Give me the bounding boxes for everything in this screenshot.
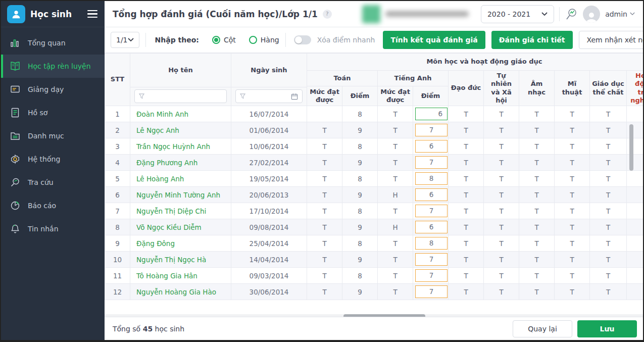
am-nhac-cell[interactable]: T: [519, 155, 555, 171]
giao-duc-the-chat-cell[interactable]: T: [590, 155, 627, 171]
tu-nhien-xa-hoi-cell[interactable]: T: [484, 106, 519, 122]
tieng-anh-score-cell[interactable]: 6: [413, 138, 449, 155]
tieng-anh-level-cell[interactable]: T: [378, 252, 413, 268]
mi-thuat-cell[interactable]: T: [555, 252, 590, 268]
sidebar-item-bao-cao[interactable]: Báo cáo: [1, 194, 105, 217]
dao-duc-cell[interactable]: T: [449, 122, 484, 138]
tieng-anh-level-cell[interactable]: T: [378, 106, 413, 122]
am-nhac-cell[interactable]: T: [519, 138, 555, 155]
giao-duc-the-chat-cell[interactable]: T: [590, 138, 627, 155]
am-nhac-cell[interactable]: T: [519, 187, 555, 203]
toan-score-cell[interactable]: 9: [342, 219, 378, 235]
hoat-dong-trai-nghiem-cell[interactable]: [627, 235, 643, 252]
sidebar-item-ho-so[interactable]: Hồ sơ: [1, 101, 105, 124]
mi-thuat-cell[interactable]: T: [555, 203, 590, 219]
mi-thuat-cell[interactable]: T: [555, 106, 590, 122]
score-input[interactable]: 7: [415, 285, 448, 298]
tu-nhien-xa-hoi-cell[interactable]: T: [484, 155, 519, 171]
tieng-anh-score-cell[interactable]: 8: [413, 235, 449, 252]
back-button[interactable]: Quay lại: [513, 320, 572, 337]
dao-duc-cell[interactable]: T: [449, 155, 484, 171]
am-nhac-cell[interactable]: T: [519, 122, 555, 138]
tieng-anh-level-cell[interactable]: T: [378, 268, 413, 284]
giao-duc-the-chat-cell[interactable]: T: [590, 171, 627, 187]
radio-cot[interactable]: Cột: [212, 36, 236, 44]
toan-level-cell[interactable]: T: [307, 122, 342, 138]
giao-duc-the-chat-cell[interactable]: T: [590, 284, 627, 300]
toan-score-cell[interactable]: 9: [342, 155, 378, 171]
toan-score-cell[interactable]: 8: [342, 235, 378, 252]
tu-nhien-xa-hoi-cell[interactable]: T: [484, 252, 519, 268]
calculate-results-button[interactable]: Tính kết quả đánh giá: [383, 31, 485, 49]
toan-score-cell[interactable]: 8: [342, 268, 378, 284]
giao-duc-the-chat-cell[interactable]: T: [590, 235, 627, 252]
tu-nhien-xa-hoi-cell[interactable]: T: [484, 203, 519, 219]
score-input[interactable]: 7: [415, 124, 448, 136]
dao-duc-cell[interactable]: T: [449, 252, 484, 268]
dao-duc-cell[interactable]: T: [449, 171, 484, 187]
radio-hang[interactable]: Hàng: [249, 36, 279, 44]
toan-level-cell[interactable]: T: [307, 187, 342, 203]
school-year-select[interactable]: 2020 - 2021: [481, 5, 554, 23]
mi-thuat-cell[interactable]: T: [555, 284, 590, 300]
toan-score-cell[interactable]: 8: [342, 171, 378, 187]
sidebar-item-danh-muc[interactable]: Danh mục: [1, 124, 105, 148]
tieng-anh-score-cell[interactable]: 7: [413, 203, 449, 219]
tu-nhien-xa-hoi-cell[interactable]: T: [484, 122, 519, 138]
giao-duc-the-chat-cell[interactable]: T: [590, 203, 627, 219]
dao-duc-cell[interactable]: T: [449, 106, 484, 122]
tieng-anh-score-cell[interactable]: 6: [413, 187, 449, 203]
dao-duc-cell[interactable]: T: [449, 219, 484, 235]
search-icon[interactable]: [565, 8, 578, 21]
sidebar-item-tin-nhan[interactable]: Tin nhắn: [1, 217, 105, 240]
score-input[interactable]: 7: [415, 269, 448, 282]
toan-score-cell[interactable]: 9: [342, 122, 378, 138]
dao-duc-cell[interactable]: T: [449, 284, 484, 300]
tu-nhien-xa-hoi-cell[interactable]: T: [484, 268, 519, 284]
menu-toggle-icon[interactable]: [87, 10, 97, 18]
tu-nhien-xa-hoi-cell[interactable]: T: [484, 284, 519, 300]
hoat-dong-trai-nghiem-cell[interactable]: [627, 187, 643, 203]
toan-level-cell[interactable]: T: [307, 203, 342, 219]
sidebar-item-giang-day[interactable]: Giảng dạy: [1, 78, 105, 101]
toan-level-cell[interactable]: T: [307, 235, 342, 252]
giao-duc-the-chat-cell[interactable]: T: [590, 219, 627, 235]
save-button[interactable]: Lưu: [577, 320, 637, 337]
dao-duc-cell[interactable]: T: [449, 235, 484, 252]
am-nhac-cell[interactable]: T: [519, 171, 555, 187]
tieng-anh-score-cell[interactable]: 8: [413, 171, 449, 187]
tieng-anh-level-cell[interactable]: T: [378, 203, 413, 219]
score-input[interactable]: 6: [415, 221, 448, 233]
tu-nhien-xa-hoi-cell[interactable]: T: [484, 219, 519, 235]
mi-thuat-cell[interactable]: T: [555, 219, 590, 235]
am-nhac-cell[interactable]: T: [519, 268, 555, 284]
quick-delete-toggle[interactable]: [294, 35, 311, 44]
mi-thuat-cell[interactable]: T: [555, 235, 590, 252]
mi-thuat-cell[interactable]: T: [555, 122, 590, 138]
dao-duc-cell[interactable]: T: [449, 268, 484, 284]
dao-duc-cell[interactable]: T: [449, 203, 484, 219]
tieng-anh-score-cell[interactable]: 6: [413, 106, 449, 122]
toan-level-cell[interactable]: T: [307, 284, 342, 300]
score-input[interactable]: 8: [415, 237, 448, 250]
am-nhac-cell[interactable]: T: [519, 219, 555, 235]
score-input[interactable]: 7: [415, 253, 448, 266]
tu-nhien-xa-hoi-cell[interactable]: T: [484, 138, 519, 155]
sidebar-item-tra-cuu[interactable]: Tra cứu: [1, 171, 105, 194]
toan-score-cell[interactable]: 9: [342, 187, 378, 203]
toan-score-cell[interactable]: 9: [342, 252, 378, 268]
toan-level-cell[interactable]: T: [307, 155, 342, 171]
tieng-anh-score-cell[interactable]: 7: [413, 284, 449, 300]
tieng-anh-level-cell[interactable]: T: [378, 138, 413, 155]
sidebar-item-he-thong[interactable]: Hệ thống: [1, 148, 105, 171]
tieng-anh-level-cell[interactable]: T: [378, 235, 413, 252]
tieng-anh-level-cell[interactable]: H: [378, 219, 413, 235]
score-input[interactable]: 7: [415, 156, 448, 169]
tieng-anh-score-cell[interactable]: 6: [413, 219, 449, 235]
name-filter-input[interactable]: [134, 89, 227, 103]
dao-duc-cell[interactable]: T: [449, 138, 484, 155]
mi-thuat-cell[interactable]: T: [555, 138, 590, 155]
dob-filter-input[interactable]: [235, 89, 303, 103]
mi-thuat-cell[interactable]: T: [555, 171, 590, 187]
hoat-dong-trai-nghiem-cell[interactable]: [627, 284, 643, 300]
